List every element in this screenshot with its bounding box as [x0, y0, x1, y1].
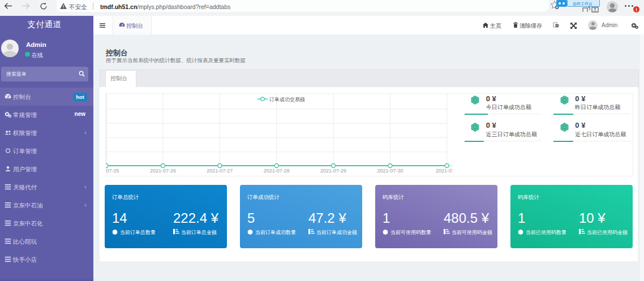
svg-text:2021-07-26: 2021-07-26 [150, 168, 176, 174]
svg-text:2021-07-28: 2021-07-28 [264, 168, 290, 174]
svg-text:订单成功交易额: 订单成功交易额 [269, 97, 305, 102]
svg-text:2021-07: 2021-07 [436, 168, 453, 174]
svg-text:07-25: 07-25 [106, 168, 119, 174]
svg-text:2021-07-30: 2021-07-30 [377, 168, 403, 174]
svg-text:2021-07-27: 2021-07-27 [207, 168, 233, 174]
svg-text:2021-07-29: 2021-07-29 [320, 168, 346, 174]
